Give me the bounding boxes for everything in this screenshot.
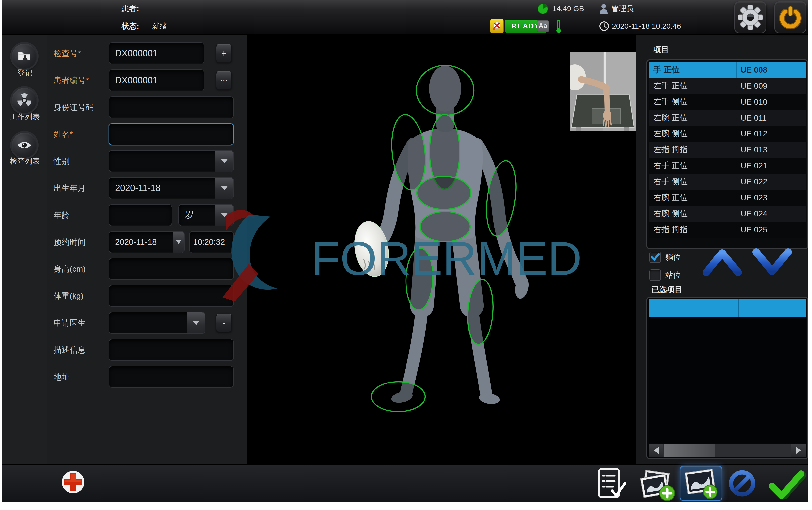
patient-form: 检查号* DX000001 + 患者编号* DX000001 ... 身份证号码… — [48, 35, 247, 464]
chevron-down-icon — [176, 240, 181, 244]
add-image-button-selected[interactable] — [680, 465, 722, 501]
physician-remove-button[interactable]: - — [216, 314, 232, 332]
move-up-button[interactable] — [702, 248, 743, 277]
generator-icon — [490, 19, 504, 33]
status-label: 状态: — [122, 18, 139, 35]
chevron-down-icon — [221, 186, 228, 190]
appointment-date-select[interactable]: 2020-11-18 — [109, 231, 185, 253]
procedure-row[interactable]: 左指 拇指UE 013 — [649, 142, 806, 158]
procedure-row[interactable]: 右手 侧位UE 022 — [649, 174, 806, 190]
exam-no-input[interactable]: DX000001 — [109, 42, 205, 64]
scroll-left-button[interactable] — [649, 444, 663, 457]
status-value: 就绪 — [152, 18, 167, 35]
selected-items-header-col1 — [649, 300, 739, 317]
add-images-button[interactable] — [637, 466, 677, 502]
age-input[interactable] — [109, 204, 172, 226]
physician-dropdown-button[interactable] — [186, 312, 205, 333]
selected-items-table — [646, 297, 808, 459]
disk-space-text: 14.49 GB — [552, 0, 584, 18]
chevron-down-icon — [756, 252, 788, 272]
procedure-row[interactable]: 右腕 侧位UE 024 — [649, 206, 806, 222]
thermometer-icon — [555, 20, 562, 33]
birth-date-select[interactable]: 2020-11-18 — [109, 177, 234, 199]
scrollbar-track[interactable] — [663, 444, 791, 457]
selected-items-header-col2 — [739, 300, 806, 317]
power-icon — [777, 4, 803, 30]
power-button[interactable] — [774, 1, 806, 33]
selected-items-body — [649, 317, 806, 443]
bottom-toolbar — [2, 464, 808, 502]
procedure-row[interactable]: 左腕 侧位UE 012 — [649, 126, 806, 142]
body-zone-head[interactable] — [417, 65, 474, 115]
procedure-list: 手 正位UE 008 左手 正位UE 009 左手 侧位UE 010 左腕 正位… — [646, 59, 808, 249]
exam-no-add-button[interactable]: + — [216, 44, 232, 63]
patient-id-browse-button[interactable]: ... — [216, 71, 232, 90]
appointment-date-dropdown-button[interactable] — [173, 231, 184, 253]
address-input[interactable] — [109, 366, 234, 388]
body-zone-feet[interactable] — [371, 382, 425, 412]
standing-position-label: 站位 — [665, 270, 681, 281]
gender-select[interactable] — [109, 150, 234, 172]
chevron-down-icon — [192, 321, 200, 325]
procedure-row[interactable]: 右手 正位UE 021 — [649, 158, 806, 174]
gender-dropdown-button[interactable] — [215, 151, 234, 172]
gear-icon — [738, 4, 763, 30]
aa-badge: Aa — [537, 20, 549, 32]
patient-id-label: 患者编号* — [54, 69, 107, 91]
move-down-button[interactable] — [752, 248, 793, 277]
disk-usage-pie-icon — [537, 3, 548, 15]
body-zone-pelvis[interactable] — [420, 211, 470, 242]
age-unit-dropdown-button[interactable] — [215, 205, 234, 226]
clock-icon — [599, 21, 609, 31]
weight-input[interactable] — [109, 285, 234, 307]
user-name: 管理员 — [611, 0, 634, 18]
sidebar-item-examlist[interactable] — [12, 133, 37, 158]
procedure-row[interactable]: 左手 侧位UE 010 — [649, 94, 806, 110]
age-unit-select[interactable]: 岁 — [178, 204, 234, 226]
procedure-row[interactable]: 右腕 正位UE 023 — [649, 190, 806, 206]
age-label: 年龄 — [54, 204, 107, 226]
appointment-time-input[interactable]: 10:20:32 — [189, 231, 234, 253]
settings-button[interactable] — [734, 1, 766, 33]
xray-tube-icon — [492, 21, 502, 31]
physician-select[interactable] — [109, 312, 206, 334]
scroll-right-button[interactable] — [791, 444, 806, 457]
id-card-input[interactable] — [109, 96, 234, 118]
selected-items-title: 已选项目 — [652, 284, 682, 295]
birth-date-label: 出生年月 — [54, 177, 107, 199]
chevron-down-icon — [221, 159, 228, 164]
worklist-radiation-icon — [16, 92, 33, 109]
slash-icon — [735, 476, 749, 490]
top-bar: 患者: 14.49 GB 管理员 状态: 就绪 — [2, 0, 808, 35]
birth-date-dropdown-button[interactable] — [215, 178, 234, 199]
scrollbar-thumb[interactable] — [664, 444, 715, 457]
confirm-button[interactable] — [765, 468, 806, 499]
worklist-confirm-button[interactable] — [597, 468, 627, 500]
lying-position-label: 躺位 — [665, 252, 681, 263]
name-input[interactable] — [109, 123, 234, 145]
body-zone-abdomen[interactable] — [417, 176, 471, 209]
procedure-list-title: 项目 — [653, 45, 669, 55]
procedure-row[interactable]: 左腕 正位UE 011 — [649, 110, 806, 126]
register-folder-icon — [17, 49, 32, 64]
new-patient-button[interactable] — [61, 470, 86, 494]
cancel-button[interactable] — [727, 468, 757, 499]
chevron-up-icon — [706, 253, 738, 273]
address-label: 地址 — [54, 366, 107, 388]
procedure-row[interactable]: 手 正位UE 008 — [649, 62, 806, 78]
exam-no-label: 检查号* — [54, 42, 107, 64]
horizontal-scrollbar[interactable] — [649, 444, 806, 457]
procedure-row[interactable]: 左手 正位UE 009 — [649, 78, 806, 94]
id-card-label: 身份证号码 — [54, 96, 107, 118]
description-input[interactable] — [109, 339, 234, 361]
procedure-row[interactable]: 右指 拇指UE 025 — [649, 222, 806, 237]
height-input[interactable] — [109, 258, 234, 280]
sidebar-item-worklist[interactable] — [12, 88, 37, 113]
lying-position-checkbox[interactable] — [650, 252, 661, 263]
positioning-preview-thumbnail[interactable] — [570, 52, 636, 131]
chevron-down-icon — [221, 213, 228, 217]
patient-id-input[interactable]: DX000001 — [109, 69, 205, 91]
sidebar-item-register[interactable] — [12, 44, 37, 68]
standing-position-checkbox[interactable] — [650, 270, 661, 281]
sidebar-item-worklist-label: 工作列表 — [2, 112, 48, 122]
